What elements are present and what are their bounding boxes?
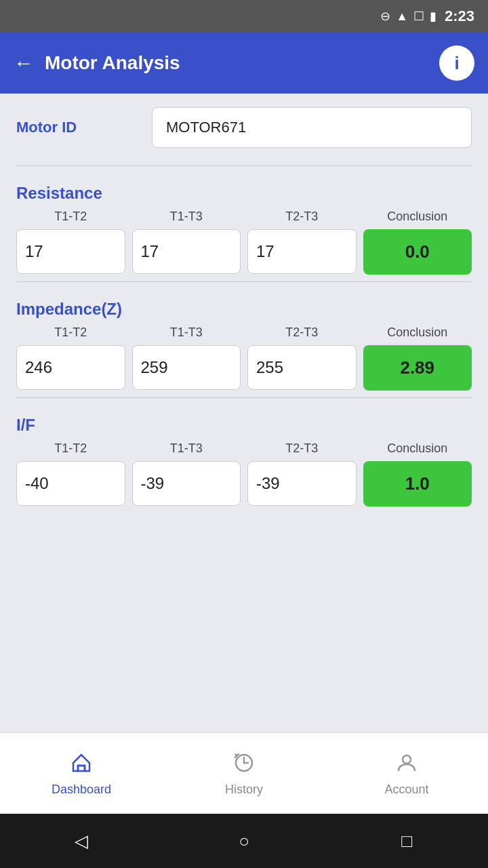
page-title: Motor Analysis [45,52,428,74]
resistance-title: Resistance [16,184,472,203]
impedance-t2t3-input[interactable] [247,345,357,390]
impedance-conclusion-label: Conclusion [387,326,447,340]
resistance-conclusion-label: Conclusion [387,210,447,224]
if-conclusion-value: 1.0 [363,461,472,507]
resistance-t1t3-input[interactable] [132,229,241,274]
motor-id-label: Motor ID [16,119,152,136]
if-t2t3-label: T2-T3 [285,441,318,456]
system-nav: ◁ ○ □ [0,814,488,868]
back-button[interactable]: ← [14,53,34,73]
if-section: I/F T1-T2 T1-T3 T2-T3 Conclusion 1.0 [16,405,472,507]
impedance-t2t3: T2-T3 [247,326,357,390]
dashboard-icon [69,751,94,778]
if-title: I/F [16,416,472,435]
account-label: Account [384,783,428,797]
nav-account[interactable]: Account [325,733,488,814]
sys-recent-button[interactable]: □ [386,824,427,858]
resistance-t2t3: T2-T3 [247,210,357,274]
impedance-t1t3-input[interactable] [132,345,241,390]
signal-icon: ☐ [413,9,424,24]
nav-dashboard[interactable]: Dashboard [0,733,163,814]
if-t2t3-input[interactable] [247,461,357,506]
if-conclusion: Conclusion 1.0 [363,441,472,507]
history-icon [232,751,256,778]
wifi-icon: ▲ [396,9,408,24]
if-cols: T1-T2 T1-T3 T2-T3 Conclusion 1.0 [16,441,472,507]
if-t1t3: T1-T3 [132,441,241,506]
impedance-t1t3: T1-T3 [132,326,241,390]
resistance-t1t2: T1-T2 [16,210,125,274]
bottom-nav: Dashboard History Account [0,732,488,814]
motor-id-input[interactable] [152,107,472,148]
svg-point-2 [403,755,411,764]
impedance-t1t2-label: T1-T2 [54,326,87,340]
if-t1t2: T1-T2 [16,441,125,506]
impedance-t2t3-label: T2-T3 [285,326,318,340]
divider-1 [16,165,472,166]
impedance-t1t3-label: T1-T3 [170,326,203,340]
if-t1t3-label: T1-T3 [170,441,203,456]
impedance-t1t2: T1-T2 [16,326,125,390]
impedance-section: Impedance(Z) T1-T2 T1-T3 T2-T3 Conclusio… [16,289,472,391]
info-button[interactable]: i [439,45,474,81]
sys-home-button[interactable]: ○ [224,824,264,858]
sys-back-button[interactable]: ◁ [61,824,102,858]
status-bar: ⊖ ▲ ☐ ▮ 2:23 [0,0,488,33]
resistance-t2t3-label: T2-T3 [285,210,318,224]
nav-history[interactable]: History [163,733,325,814]
resistance-conclusion: Conclusion 0.0 [363,210,472,275]
divider-2 [16,281,472,282]
if-t1t3-input[interactable] [132,461,241,506]
history-label: History [225,783,263,797]
status-icons: ⊖ ▲ ☐ ▮ [380,9,436,24]
resistance-t1t3: T1-T3 [132,210,241,274]
resistance-t2t3-input[interactable] [247,229,357,274]
if-t1t2-label: T1-T2 [54,441,87,456]
impedance-conclusion-value: 2.89 [363,345,472,391]
impedance-t1t2-input[interactable] [16,345,125,390]
account-icon [394,751,419,778]
if-conclusion-label: Conclusion [387,441,447,456]
dnd-icon: ⊖ [380,9,390,24]
resistance-t1t2-label: T1-T2 [54,210,87,224]
battery-icon: ▮ [430,9,436,24]
app-bar: ← Motor Analysis i [0,33,488,94]
resistance-cols: T1-T2 T1-T3 T2-T3 Conclusion 0.0 [16,210,472,275]
svg-rect-0 [78,766,85,771]
impedance-title: Impedance(Z) [16,300,472,319]
resistance-t1t2-input[interactable] [16,229,125,274]
if-t2t3: T2-T3 [247,441,357,506]
content-area: Motor ID Resistance T1-T2 T1-T3 T2-T3 Co… [0,94,488,732]
impedance-conclusion: Conclusion 2.89 [363,326,472,391]
resistance-conclusion-value: 0.0 [363,229,472,275]
if-t1t2-input[interactable] [16,461,125,506]
resistance-t1t3-label: T1-T3 [170,210,203,224]
resistance-section: Resistance T1-T2 T1-T3 T2-T3 Conclusion … [16,173,472,275]
status-time: 2:23 [445,7,474,25]
motor-id-row: Motor ID [16,107,472,148]
dashboard-label: Dashboard [52,783,111,797]
divider-3 [16,397,472,398]
impedance-cols: T1-T2 T1-T3 T2-T3 Conclusion 2.89 [16,326,472,391]
